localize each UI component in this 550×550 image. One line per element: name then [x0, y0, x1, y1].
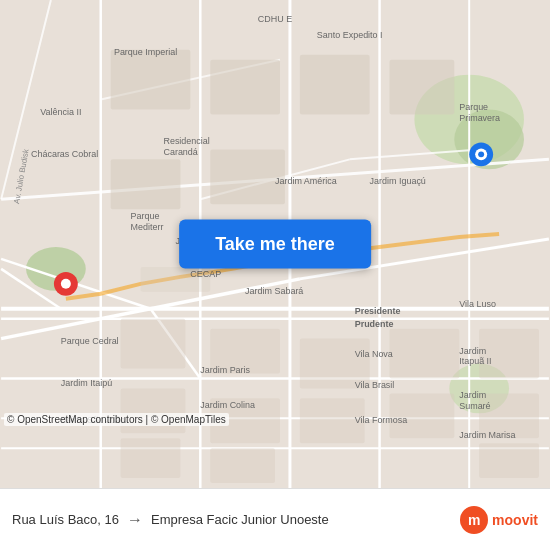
origin-label: Rua Luís Baco, 16	[12, 512, 119, 527]
svg-text:Chácaras Cobral: Chácaras Cobral	[31, 149, 98, 159]
svg-text:Vila Brasil: Vila Brasil	[355, 380, 395, 390]
map-container: CDHU E Parque Imperial Santo Expedito I …	[0, 0, 550, 488]
svg-rect-35	[121, 388, 186, 433]
bottom-bar: Rua Luís Baco, 16 → Empresa Facic Junior…	[0, 488, 550, 550]
take-me-there-button[interactable]: Take me there	[179, 220, 371, 269]
moovit-logo: m moovit	[460, 506, 538, 534]
app: CDHU E Parque Imperial Santo Expedito I …	[0, 0, 550, 550]
svg-text:Parque: Parque	[459, 102, 488, 112]
svg-text:Jardim: Jardim	[459, 390, 486, 400]
svg-rect-40	[210, 448, 275, 483]
svg-rect-41	[479, 329, 539, 379]
svg-text:Parque Cedral: Parque Cedral	[61, 336, 119, 346]
svg-text:Parque: Parque	[131, 211, 160, 221]
svg-rect-26	[210, 60, 280, 115]
map-attribution: © OpenStreetMap contributors | © OpenMap…	[4, 413, 229, 426]
svg-rect-31	[121, 319, 186, 369]
svg-rect-30	[390, 60, 455, 115]
svg-text:Mediterr: Mediterr	[131, 222, 164, 232]
svg-text:Jardim Paris: Jardim Paris	[200, 365, 250, 375]
svg-text:Presidente: Presidente	[355, 306, 401, 316]
svg-rect-29	[300, 55, 370, 115]
svg-rect-43	[479, 443, 539, 478]
svg-point-47	[478, 151, 484, 157]
svg-text:Vila Nova: Vila Nova	[355, 349, 393, 359]
svg-text:Jardim: Jardim	[459, 346, 486, 356]
arrow-icon: →	[127, 511, 143, 529]
svg-rect-34	[390, 329, 460, 379]
svg-text:Jardim Colina: Jardim Colina	[200, 400, 255, 410]
svg-text:Residencial: Residencial	[163, 136, 209, 146]
svg-text:CECAP: CECAP	[190, 269, 221, 279]
svg-text:Prudente: Prudente	[355, 319, 394, 329]
svg-rect-39	[121, 438, 181, 478]
svg-text:Vila Formosa: Vila Formosa	[355, 415, 408, 425]
svg-text:Jardim Iguaçú: Jardim Iguaçú	[370, 176, 426, 186]
svg-text:Parque Imperial: Parque Imperial	[114, 47, 177, 57]
svg-text:CDHU E: CDHU E	[258, 14, 292, 24]
svg-text:Santo Expedito I: Santo Expedito I	[317, 30, 383, 40]
svg-text:Carandá: Carandá	[163, 147, 197, 157]
moovit-icon: m	[460, 506, 488, 534]
svg-text:Vila Luso: Vila Luso	[459, 299, 496, 309]
svg-rect-27	[111, 159, 181, 209]
svg-point-49	[61, 279, 71, 289]
destination-label: Empresa Facic Junior Unoeste	[151, 512, 329, 527]
svg-text:Primavera: Primavera	[459, 114, 500, 124]
svg-text:Itapuã II: Itapuã II	[459, 357, 491, 367]
svg-text:Jardim Itaipú: Jardim Itaipú	[61, 378, 112, 388]
svg-text:Valência II: Valência II	[40, 107, 81, 117]
svg-rect-25	[111, 50, 191, 110]
svg-rect-28	[210, 149, 285, 204]
svg-text:Jardim Sabará: Jardim Sabará	[245, 286, 303, 296]
svg-text:Jardim Marisa: Jardim Marisa	[459, 430, 515, 440]
svg-text:Jardim América: Jardim América	[275, 176, 337, 186]
svg-text:Sumaré: Sumaré	[459, 401, 490, 411]
moovit-text: moovit	[492, 512, 538, 528]
